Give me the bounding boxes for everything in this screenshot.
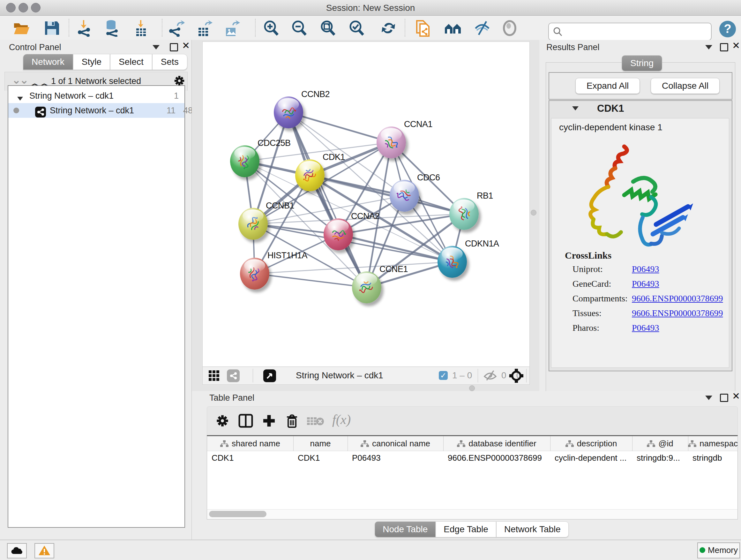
tab-network-table[interactable]: Network Table: [496, 521, 569, 537]
network-node-cdk1[interactable]: [295, 159, 325, 191]
column-header-shared-name[interactable]: shared name: [207, 436, 293, 451]
network-node-cdc6[interactable]: [390, 180, 419, 212]
network-node-ccnb2[interactable]: [274, 97, 303, 128]
export-image-icon[interactable]: [223, 19, 240, 37]
column-header-name[interactable]: name: [293, 436, 348, 451]
import-network-database-icon[interactable]: [104, 19, 121, 37]
right-splitter-handle[interactable]: [531, 210, 536, 215]
table-cell[interactable]: cyclin-dependent ...: [555, 451, 631, 465]
tab-node-table[interactable]: Node Table: [375, 521, 435, 537]
column-header-description[interactable]: description: [550, 436, 632, 451]
open-in-window-icon[interactable]: [263, 369, 276, 382]
tab-network[interactable]: Network: [23, 54, 73, 70]
network-edge[interactable]: [288, 112, 391, 142]
control-panel-close-icon[interactable]: ✕: [182, 43, 190, 50]
crosslink-value-link[interactable]: 9606.ENSP00000378699: [632, 308, 723, 318]
tab-sets[interactable]: Sets: [152, 54, 187, 70]
export-table-icon[interactable]: [195, 19, 212, 37]
tab-string[interactable]: String: [622, 55, 662, 71]
fit-selected-crosshair-icon[interactable]: [509, 368, 524, 384]
column-header-namespace[interactable]: namespace: [688, 436, 738, 451]
network-row[interactable]: String Network – cdk1 11 48: [8, 103, 185, 118]
zoom-out-icon[interactable]: [290, 19, 308, 37]
gene-section-header[interactable]: CDK1: [549, 101, 732, 118]
add-column-icon[interactable]: [262, 414, 276, 429]
table-cell[interactable]: P06493: [352, 451, 442, 465]
import-network-file-icon[interactable]: [75, 19, 92, 37]
horizontal-splitter-handle[interactable]: [469, 385, 475, 391]
column-header--id[interactable]: @id: [632, 436, 688, 451]
grid-view-icon[interactable]: [208, 370, 220, 383]
hide-panel-eye-icon[interactable]: [474, 19, 491, 37]
show-home-icon[interactable]: [444, 19, 461, 37]
control-panel-float-icon[interactable]: [170, 43, 178, 53]
gene-collapse-icon[interactable]: [572, 106, 579, 112]
results-panel-collapse-icon[interactable]: [705, 45, 712, 51]
tab-style[interactable]: Style: [73, 54, 110, 70]
table-panel-float-icon[interactable]: [720, 394, 728, 403]
scrollbar-thumb[interactable]: [209, 511, 266, 517]
crosslink-value-link[interactable]: 9606.ENSP00000378699: [632, 294, 723, 304]
network-canvas[interactable]: CCNB2CCNA1CDC25BCDK1CDC6RB1CCNB1CCNA2CDK…: [202, 42, 530, 367]
results-panel-float-icon[interactable]: [720, 43, 728, 53]
zoom-in-icon[interactable]: [262, 19, 280, 37]
table-cell[interactable]: CDK1: [212, 451, 292, 465]
column-header-database-identifier[interactable]: database identifier: [443, 436, 550, 451]
open-session-icon[interactable]: [13, 19, 30, 37]
network-node-ccne1[interactable]: [352, 271, 381, 303]
network-node-hist1h1a[interactable]: [240, 258, 269, 290]
crosslink-value-link[interactable]: P06493: [632, 279, 659, 289]
results-panel-close-icon[interactable]: ✕: [732, 43, 740, 50]
network-node-ccna2[interactable]: [324, 219, 353, 250]
network-node-cdc25b[interactable]: [230, 145, 259, 177]
zoom-selected-icon[interactable]: [348, 19, 365, 37]
import-table-icon[interactable]: [132, 19, 150, 37]
node-label-cdc6: CDC6: [417, 173, 440, 183]
memory-button[interactable]: Memory: [697, 543, 740, 558]
table-panel-collapse-icon[interactable]: [705, 395, 712, 401]
help-button[interactable]: ?: [719, 21, 736, 37]
network-edge[interactable]: [310, 175, 464, 214]
selected-checkbox-icon[interactable]: ✓: [439, 371, 448, 380]
table-cell[interactable]: stringdb:9...: [636, 451, 687, 465]
table-panel-close-icon[interactable]: ✕: [732, 393, 740, 401]
show-panel-eye-icon[interactable]: [501, 19, 518, 37]
tab-edge-table[interactable]: Edge Table: [435, 521, 496, 537]
collapse-all-button[interactable]: Collapse All: [651, 78, 720, 94]
node-table[interactable]: shared namenamecanonical namedatabase id…: [207, 435, 738, 510]
toolbar-separator: [69, 19, 69, 37]
apply-layout-icon[interactable]: [380, 19, 397, 37]
hidden-eye-slash-icon[interactable]: [483, 370, 497, 382]
crosslink-value-link[interactable]: P06493: [632, 323, 659, 333]
gene-description: cyclin-dependent kinase 1: [559, 122, 663, 132]
delete-column-icon[interactable]: [286, 414, 298, 430]
clone-network-icon[interactable]: [414, 19, 431, 37]
network-node-rb1[interactable]: [449, 198, 479, 230]
cloud-status-button[interactable]: [7, 543, 27, 558]
table-cell[interactable]: stringdb: [692, 451, 736, 465]
zoom-fit-icon[interactable]: [319, 19, 336, 37]
expand-all-button[interactable]: Expand All: [576, 78, 640, 94]
network-collection-row[interactable]: String Network – cdk1 1: [8, 88, 185, 103]
network-edge[interactable]: [288, 112, 367, 287]
export-network-icon[interactable]: [167, 19, 185, 37]
network-node-ccnb1[interactable]: [239, 208, 268, 240]
show-columns-icon[interactable]: [239, 414, 253, 429]
search-input[interactable]: [565, 24, 707, 38]
control-panel-collapse-icon[interactable]: [152, 45, 159, 51]
network-node-ccna1[interactable]: [377, 126, 406, 159]
toolbar-separator: [255, 19, 256, 37]
tab-select[interactable]: Select: [110, 54, 152, 70]
table-options-gear-icon[interactable]: [215, 414, 229, 429]
table-cell[interactable]: 9606.ENSP00000378699: [448, 451, 549, 465]
warning-status-button[interactable]: [35, 543, 54, 558]
table-cell[interactable]: CDK1: [298, 451, 346, 465]
column-header-canonical-name[interactable]: canonical name: [347, 436, 444, 451]
network-node-cdkn1a[interactable]: [437, 246, 467, 278]
crosslink-value-link[interactable]: P06493: [632, 264, 659, 274]
save-session-icon[interactable]: [43, 19, 60, 37]
network-selected-status: 1 of 1 Network selected: [5, 76, 187, 86]
network-edge[interactable]: [255, 273, 367, 287]
network-birdseye-icon[interactable]: [227, 369, 240, 382]
table-horizontal-scrollbar[interactable]: [207, 509, 738, 519]
